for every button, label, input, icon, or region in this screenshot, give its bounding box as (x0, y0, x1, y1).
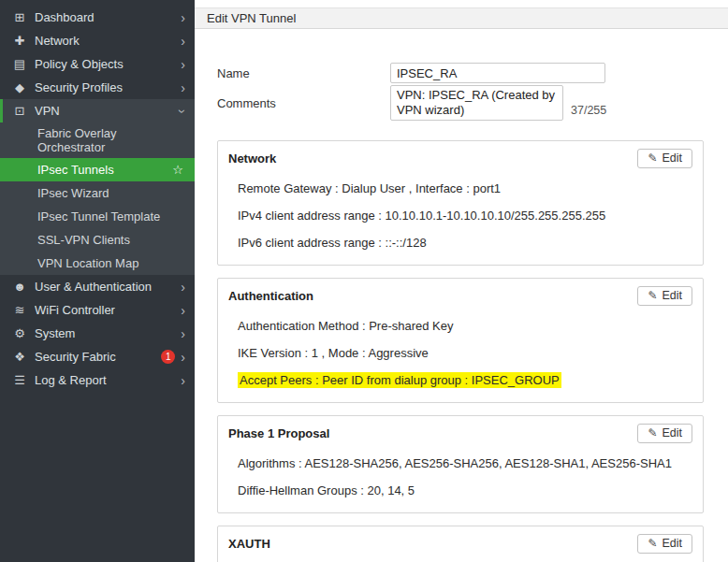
detail-text: Authentication Method : Pre-shared Key (238, 319, 454, 333)
sidebar-item-dashboard[interactable]: ⊞ Dashboard › (0, 6, 195, 29)
pencil-icon: ✎ (648, 537, 657, 550)
character-counter: 37/255 (571, 104, 606, 117)
sidebar-item-security-fabric[interactable]: ❖ Security Fabric 1 › (0, 345, 195, 368)
vpn-icon: ⊡ (11, 104, 28, 118)
security-profiles-icon: ◆ (11, 80, 28, 94)
user-icon: ☻ (11, 280, 28, 294)
edit-button-label: Edit (662, 289, 682, 302)
sidebar-item-fabric-overlay-orchestrator[interactable]: Fabric Overlay Orchestrator (0, 122, 195, 158)
comments-input[interactable]: VPN: IPSEC_RA (Created by VPN wizard) (390, 85, 563, 121)
edit-vpn-tunnel-form: Name Comments VPN: IPSEC_RA (Created by … (195, 29, 728, 562)
detail-text: Remote Gateway : Dialup User , Interface… (238, 181, 501, 195)
comments-row: Comments VPN: IPSEC_RA (Created by VPN w… (217, 85, 704, 121)
name-input[interactable] (390, 63, 605, 83)
sidebar-item-log-report[interactable]: ☰ Log & Report › (0, 368, 195, 392)
chevron-right-icon: › (181, 11, 185, 24)
vpn-submenu: Fabric Overlay Orchestrator IPsec Tunnel… (0, 122, 195, 275)
pencil-icon: ✎ (648, 151, 657, 165)
highlighted-detail-text: Accept Peers : Peer ID from dialup group… (238, 372, 561, 388)
submenu-item-label: Fabric Overlay Orchestrator (37, 126, 183, 154)
page-header: Edit VPN Tunnel (195, 7, 728, 29)
sidebar-item-policy-objects[interactable]: ▤ Policy & Objects › (0, 52, 195, 76)
detail-line: Accept Peers : Peer ID from dialup group… (228, 373, 692, 388)
chevron-right-icon: › (181, 304, 185, 317)
sidebar-item-label: Policy & Objects (35, 57, 175, 71)
phase1-proposal-section: Phase 1 Proposal ✎ Edit Algorithms : AES… (217, 415, 704, 513)
detail-line: Authentication Method : Pre-shared Key (228, 319, 692, 334)
sidebar-item-label: WiFi Controller (35, 303, 175, 317)
detail-line: Diffie-Hellman Groups : 20, 14, 5 (228, 483, 692, 498)
pencil-icon: ✎ (648, 289, 657, 302)
sidebar-item-label: Security Profiles (35, 80, 175, 94)
sidebar-item-vpn[interactable]: ⊡ VPN › (0, 99, 195, 122)
authentication-section: Authentication ✎ Edit Authentication Met… (217, 278, 704, 403)
notification-badge: 1 (161, 350, 175, 364)
sidebar-item-vpn-location-map[interactable]: VPN Location Map (0, 252, 195, 275)
network-section: Network ✎ Edit Remote Gateway : Dialup U… (217, 140, 704, 266)
submenu-item-label: VPN Location Map (37, 256, 138, 270)
name-label: Name (217, 66, 390, 80)
dashboard-icon: ⊞ (11, 10, 28, 24)
chevron-right-icon: › (181, 351, 185, 364)
xauth-section: XAUTH ✎ Edit Type : Auto Server User Gro… (217, 526, 704, 562)
sidebar-item-network[interactable]: ✚ Network › (0, 29, 195, 52)
gear-icon: ⚙ (11, 326, 28, 340)
sidebar-item-security-profiles[interactable]: ◆ Security Profiles › (0, 76, 195, 99)
edit-phase1-proposal-button[interactable]: ✎ Edit (637, 424, 692, 443)
settings-sections: Network ✎ Edit Remote Gateway : Dialup U… (217, 140, 704, 562)
sidebar-item-label: User & Authentication (35, 280, 175, 294)
edit-network-button[interactable]: ✎ Edit (637, 149, 692, 168)
sidebar-item-wifi-controller[interactable]: ≋ WiFi Controller › (0, 298, 195, 322)
sidebar-item-ipsec-tunnel-template[interactable]: IPsec Tunnel Template (0, 205, 195, 228)
sidebar-item-label: Network (35, 34, 175, 48)
policy-objects-icon: ▤ (11, 57, 28, 71)
edit-xauth-button[interactable]: ✎ Edit (637, 534, 692, 554)
submenu-item-label: IPsec Tunnels (37, 163, 114, 177)
edit-button-label: Edit (662, 426, 682, 440)
sidebar-item-system[interactable]: ⚙ System › (0, 322, 195, 345)
section-title: Authentication (228, 289, 313, 303)
submenu-item-label: IPsec Wizard (37, 186, 109, 200)
sidebar: ⊞ Dashboard › ✚ Network › ▤ Policy & Obj… (0, 0, 195, 562)
detail-text: IPv6 client address range : ::-::/128 (238, 236, 427, 250)
sidebar-item-label: Security Fabric (35, 350, 161, 364)
chevron-right-icon: › (181, 327, 185, 340)
sidebar-item-ipsec-wizard[interactable]: IPsec Wizard (0, 181, 195, 205)
detail-line: Remote Gateway : Dialup User , Interface… (228, 181, 692, 196)
chevron-right-icon: › (181, 281, 185, 294)
submenu-item-label: SSL-VPN Clients (37, 233, 130, 247)
sidebar-item-ipsec-tunnels[interactable]: IPsec Tunnels ☆ (0, 158, 195, 181)
detail-line: Algorithms : AES128-SHA256, AES256-SHA25… (228, 456, 692, 471)
detail-line: IPv4 client address range : 10.10.10.1-1… (228, 209, 692, 223)
sidebar-item-ssl-vpn-clients[interactable]: SSL-VPN Clients (0, 228, 195, 252)
main-panel: Edit VPN Tunnel Name Comments VPN: IPSEC… (195, 0, 728, 562)
sidebar-item-label: Log & Report (35, 373, 175, 387)
log-report-icon: ☰ (11, 373, 28, 387)
comments-label: Comments (217, 96, 390, 110)
section-title: Network (228, 151, 276, 166)
sidebar-item-label: Dashboard (35, 10, 175, 24)
detail-text: IPv4 client address range : 10.10.10.1-1… (238, 209, 605, 223)
security-fabric-icon: ❖ (11, 350, 28, 364)
detail-line: IPv6 client address range : ::-::/128 (228, 236, 692, 251)
detail-text: Algorithms : AES128-SHA256, AES256-SHA25… (238, 456, 672, 470)
submenu-item-label: IPsec Tunnel Template (37, 209, 160, 223)
detail-text: IKE Version : 1 , Mode : Aggressive (238, 346, 429, 360)
detail-line: IKE Version : 1 , Mode : Aggressive (228, 346, 692, 361)
edit-button-label: Edit (662, 537, 682, 550)
edit-authentication-button[interactable]: ✎ Edit (637, 286, 692, 306)
favorite-star-icon[interactable]: ☆ (172, 163, 183, 177)
sidebar-item-label: System (35, 326, 175, 340)
wifi-icon: ≋ (11, 303, 28, 317)
chevron-right-icon: › (181, 374, 185, 387)
section-title: XAUTH (228, 537, 270, 551)
section-title: Phase 1 Proposal (228, 426, 329, 440)
edit-button-label: Edit (662, 151, 682, 165)
chevron-right-icon: › (181, 35, 185, 48)
sidebar-item-label: VPN (35, 104, 175, 118)
network-icon: ✚ (11, 34, 28, 48)
sidebar-item-user-authentication[interactable]: ☻ User & Authentication › (0, 275, 195, 298)
chevron-right-icon: › (181, 58, 185, 71)
name-row: Name (217, 63, 704, 83)
detail-text: Diffie-Hellman Groups : 20, 14, 5 (238, 483, 415, 497)
